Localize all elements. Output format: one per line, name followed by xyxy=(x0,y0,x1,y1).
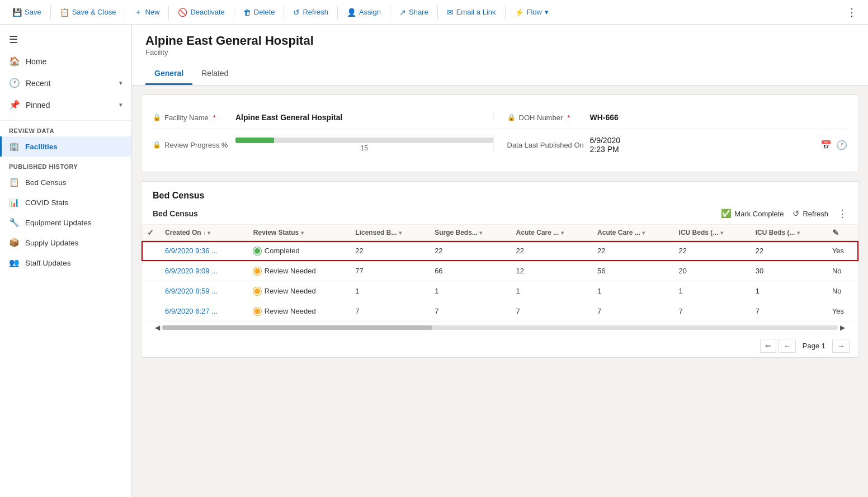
deactivate-icon: 🚫 xyxy=(178,8,187,17)
row-col7: 22 xyxy=(673,241,750,261)
hamburger-menu-button[interactable]: ☰ xyxy=(0,29,131,50)
row-col9: No xyxy=(827,261,858,281)
facility-form: 🔒 Facility Name * Alpine East General Ho… xyxy=(141,94,859,172)
published-history-section-label: Published History xyxy=(0,157,131,172)
doh-number-cell: 🔒 DOH Number * WH-666 xyxy=(493,113,848,122)
sidebar-item-pinned[interactable]: 📌 Pinned ▾ xyxy=(0,94,131,116)
flow-button[interactable]: ⚡ Flow ▾ xyxy=(509,6,554,19)
col-filter-icon-0[interactable]: ▾ xyxy=(207,230,210,236)
published-cell: Data Last Published On 6/9/2020 2:23 PM … xyxy=(493,136,848,154)
th-acute-care-1[interactable]: Acute Care ... ▾ xyxy=(511,225,592,241)
supply-updates-icon: 📦 xyxy=(9,238,20,248)
staff-updates-icon: 👥 xyxy=(9,258,20,268)
new-button[interactable]: ＋ New xyxy=(129,5,165,20)
facilities-icon: 🏢 xyxy=(9,141,20,152)
th-acute-care-2[interactable]: Acute Care ... ▾ xyxy=(592,225,673,241)
sidebar-item-equipment-updates[interactable]: 🔧 Equipment Updates xyxy=(0,212,131,233)
flow-chevron-icon: ▾ xyxy=(545,8,549,16)
sidebar-item-home[interactable]: 🏠 Home xyxy=(0,50,131,72)
table-row[interactable]: 6/9/2020 9:36 ... Completed 22 22 22 22 … xyxy=(141,241,858,261)
calendar-icon[interactable]: 📅 xyxy=(820,140,832,150)
row-created-on: 6/9/2020 9:36 ... xyxy=(159,241,248,261)
save-button[interactable]: 💾 Save xyxy=(7,6,47,19)
facility-name-cell: 🔒 Facility Name * Alpine East General Ho… xyxy=(153,113,493,122)
tab-related[interactable]: Related xyxy=(192,63,237,85)
doh-number-label: 🔒 DOH Number * xyxy=(507,113,586,122)
pinned-icon: 📌 xyxy=(9,100,20,110)
main-layout: ☰ 🏠 Home 🕐 Recent ▾ 📌 Pinned ▾ Review Da… xyxy=(0,25,868,497)
email-link-button[interactable]: ✉ Email a Link xyxy=(441,6,502,19)
covid-stats-icon: 📊 xyxy=(9,197,20,207)
sidebar-item-facilities[interactable]: 🏢 Facilities xyxy=(0,136,131,157)
scroll-track[interactable] xyxy=(162,325,838,330)
page-next-button[interactable]: → xyxy=(832,339,850,353)
scroll-left-arrow[interactable]: ◀ xyxy=(153,324,162,332)
col-filter-icon-6[interactable]: ▾ xyxy=(720,230,723,236)
check-circle-icon: ✅ xyxy=(721,209,732,219)
th-review-status[interactable]: Review Status ▾ xyxy=(248,225,350,241)
clock-icon[interactable]: 🕐 xyxy=(836,140,847,150)
th-checkbox: ✓ xyxy=(141,225,159,241)
row-col6: 22 xyxy=(592,241,673,261)
table-row[interactable]: 6/9/2020 9:09 ... Review Needed 77 66 12… xyxy=(141,261,858,281)
page-first-button[interactable]: ⇐ xyxy=(760,339,776,353)
toolbar-more-button[interactable]: ⋮ xyxy=(842,4,861,21)
col-filter-icon-4[interactable]: ▾ xyxy=(561,230,564,236)
lock-icon-doh: 🔒 xyxy=(507,113,516,121)
check-all-icon[interactable]: ✓ xyxy=(147,228,154,237)
th-created-on[interactable]: Created On ↓ ▾ xyxy=(159,225,248,241)
delete-button[interactable]: 🗑 Delete xyxy=(238,6,281,19)
scroll-right-arrow[interactable]: ▶ xyxy=(838,324,847,332)
col-filter-icon-7[interactable]: ▾ xyxy=(797,230,800,236)
row-status: Completed xyxy=(248,241,350,261)
col-filter-icon-3[interactable]: ▾ xyxy=(479,230,482,236)
progress-bar-fill xyxy=(235,138,274,143)
th-actions: ✎ xyxy=(827,225,858,241)
th-licensed-beds[interactable]: Licensed B... ▾ xyxy=(350,225,429,241)
th-icu-beds-2[interactable]: ICU Beds (... ▾ xyxy=(750,225,827,241)
mark-complete-button[interactable]: ✅ Mark Complete xyxy=(721,209,784,219)
save-close-icon: 📋 xyxy=(60,8,69,17)
sidebar-item-bed-census[interactable]: 📋 Bed Census xyxy=(0,172,131,192)
row-col9: Yes xyxy=(827,241,858,261)
toolbar-separator-7 xyxy=(390,6,390,19)
record-tabs: General Related xyxy=(145,63,855,85)
bed-census-icon: 📋 xyxy=(9,177,20,187)
save-close-button[interactable]: 📋 Save & Close xyxy=(54,6,122,19)
pinned-chevron-icon: ▾ xyxy=(119,101,122,108)
toolbar-separator-5 xyxy=(284,6,284,19)
th-surge-beds[interactable]: Surge Beds... ▾ xyxy=(429,225,510,241)
refresh-button[interactable]: ↺ Refresh xyxy=(287,6,334,19)
bed-census-refresh-button[interactable]: ↺ Refresh xyxy=(792,209,828,219)
row-checkbox-cell xyxy=(141,261,159,281)
table-row[interactable]: 6/9/2020 8:59 ... Review Needed 1 1 1 1 … xyxy=(141,281,858,301)
page-prev-button[interactable]: ← xyxy=(779,339,796,353)
sidebar-item-supply-updates[interactable]: 📦 Supply Updates xyxy=(0,233,131,253)
scroll-thumb[interactable] xyxy=(162,325,432,330)
col-filter-icon-5[interactable]: ▾ xyxy=(642,230,645,236)
th-icu-beds-1[interactable]: ICU Beds (... ▾ xyxy=(673,225,750,241)
recent-icon: 🕐 xyxy=(9,78,20,88)
sidebar-item-recent[interactable]: 🕐 Recent ▾ xyxy=(0,72,131,94)
toolbar-separator-4 xyxy=(234,6,234,19)
status-dot-icon xyxy=(253,247,261,255)
tab-general[interactable]: General xyxy=(145,63,192,85)
row-col3: 22 xyxy=(350,241,429,261)
sidebar: ☰ 🏠 Home 🕐 Recent ▾ 📌 Pinned ▾ Review Da… xyxy=(0,25,132,497)
assign-button[interactable]: 👤 Assign xyxy=(341,6,386,19)
sidebar-item-covid-stats[interactable]: 📊 COVID Stats xyxy=(0,192,131,212)
sidebar-item-staff-updates[interactable]: 👥 Staff Updates xyxy=(0,253,131,273)
col-filter-icon-2[interactable]: ▾ xyxy=(399,230,402,236)
share-button[interactable]: ↗ Share xyxy=(394,6,434,19)
published-time: 2:23 PM xyxy=(590,145,621,154)
record-header: Alpine East General Hospital Facility Ge… xyxy=(132,25,868,86)
table-row[interactable]: 6/9/2020 6:27 ... Review Needed 7 7 7 7 … xyxy=(141,301,858,321)
new-icon: ＋ xyxy=(134,7,142,17)
bed-census-more-button[interactable]: ⋮ xyxy=(837,207,847,220)
share-icon: ↗ xyxy=(399,8,406,17)
deactivate-button[interactable]: 🚫 Deactivate xyxy=(172,6,230,19)
status-dot-icon xyxy=(253,287,261,295)
row-col6: 56 xyxy=(592,261,673,281)
row-col4: 22 xyxy=(429,241,510,261)
col-filter-icon-1[interactable]: ▾ xyxy=(301,230,304,236)
